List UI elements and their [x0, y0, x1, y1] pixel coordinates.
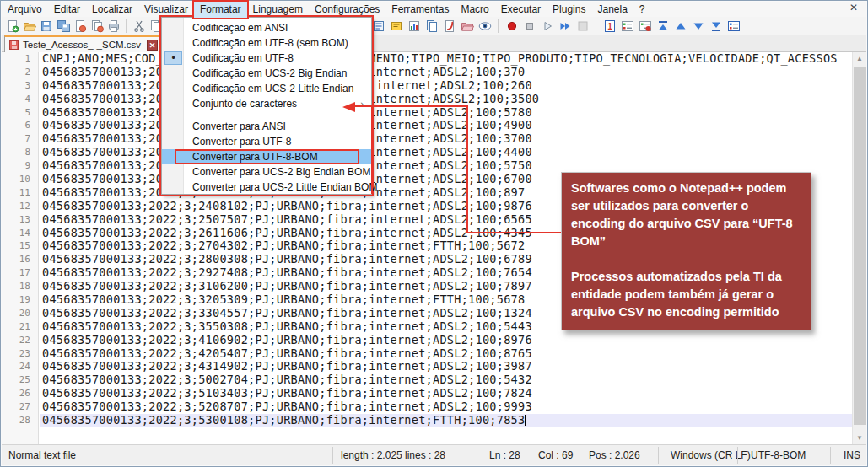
menubar-item-macro[interactable]: Macro — [455, 2, 494, 18]
script-red-icon[interactable] — [442, 19, 456, 33]
line-number[interactable]: 28 — [2, 414, 38, 427]
scroll-up-arrow-icon[interactable]: ▲ — [853, 52, 866, 66]
menu-item-codifica-o-em-utf-8-sem-bom-[interactable]: Codificação em UTF-8 (sem BOM) — [162, 35, 371, 51]
goto-first-icon[interactable] — [655, 19, 670, 33]
line-number[interactable]: 2 — [2, 66, 38, 79]
menubar-item-localizar[interactable]: Localizar — [86, 2, 138, 18]
line-number[interactable]: 16 — [2, 253, 38, 266]
line-number[interactable]: 15 — [2, 239, 38, 253]
line-number[interactable]: 10 — [2, 173, 38, 186]
menu-item-codifica-o-em-ucs-2-little-endian[interactable]: Codificação em UCS-2 Little Endian — [162, 81, 371, 96]
vertical-scrollbar[interactable]: ▲ ▼ — [852, 52, 866, 445]
menubar-item-?[interactable]: ? — [633, 2, 651, 18]
symbol-icon[interactable] — [371, 19, 385, 33]
line-number[interactable]: 14 — [2, 227, 38, 240]
encoding-label[interactable]: UTF-8-BOM — [751, 449, 806, 461]
line-number[interactable]: 1 — [2, 52, 38, 66]
line-number[interactable]: 23 — [2, 347, 38, 361]
line-number[interactable]: 7 — [2, 132, 38, 146]
record-macro-icon[interactable] — [504, 19, 519, 33]
line-number[interactable]: 5 — [2, 106, 38, 120]
prev-icon[interactable] — [673, 19, 687, 33]
menubar-item-plugins[interactable]: Plugins — [547, 2, 591, 18]
menubar-item-configuraes[interactable]: Configurações — [309, 2, 385, 18]
statusbar-separator — [477, 447, 477, 464]
tab-bar: Teste_Acessos_-_SCM.csv ✕ — [2, 35, 866, 52]
code-line-23[interactable]: 04568357000133;2022;3;4205407;PJ;URBANO;… — [40, 347, 852, 361]
menubar-item-arquivo[interactable]: Arquivo — [2, 2, 48, 18]
new-file-icon[interactable] — [5, 19, 19, 34]
line-number[interactable]: 20 — [2, 307, 38, 320]
line-number[interactable]: 19 — [2, 293, 38, 307]
print-icon[interactable] — [106, 19, 121, 34]
window-close-button[interactable]: ✕ — [847, 2, 860, 14]
code-line-26[interactable]: 04568357000133;2022;3;5103403;PJ;URBANO;… — [40, 387, 852, 400]
menubar-item-visualizar[interactable]: Visualizar — [138, 2, 194, 18]
list-green-icon[interactable] — [620, 19, 634, 33]
chart-icon[interactable] — [407, 19, 421, 33]
menubar-item-linguagem[interactable]: Linguagem — [247, 2, 309, 18]
scroll-down-arrow-icon[interactable]: ▼ — [853, 432, 866, 445]
line-number[interactable]: 22 — [2, 334, 38, 347]
line-number[interactable]: 21 — [2, 320, 38, 334]
documents-icon[interactable] — [424, 19, 439, 33]
folder-pink-icon[interactable] — [460, 19, 474, 33]
code-line-22[interactable]: 04568357000133;2022;3;4106902;PJ;URBANO;… — [40, 334, 852, 347]
line-number[interactable]: 13 — [2, 213, 38, 227]
line-number[interactable]: 12 — [2, 200, 38, 213]
list-blue-icon[interactable] — [726, 19, 741, 33]
menubar-item-formatar[interactable]: Formatar — [194, 2, 247, 18]
menubar-item-janela[interactable]: Janela — [591, 2, 633, 18]
goto-last-icon[interactable] — [709, 19, 723, 33]
line-number[interactable]: 4 — [2, 93, 38, 106]
tab-close-icon[interactable]: ✕ — [147, 40, 158, 51]
save-all-icon[interactable] — [56, 19, 70, 34]
list-red-icon[interactable] — [638, 19, 652, 33]
resize-grip-icon[interactable]: ⠿ — [855, 454, 865, 464]
scrollbar-thumb[interactable] — [854, 67, 866, 425]
menu-item-codifica-o-em-utf-8[interactable]: •Codificação em UTF-8 — [162, 51, 371, 66]
menu-item-codifica-o-em-ucs-2-big-endian[interactable]: Codificação em UCS-2 Big Endian — [162, 66, 371, 81]
menubar-item-editar[interactable]: Editar — [48, 2, 86, 18]
open-folder-icon[interactable] — [22, 19, 36, 34]
line-number[interactable]: 25 — [2, 373, 38, 387]
line-number[interactable]: 24 — [2, 360, 38, 373]
bookmark-flag-icon[interactable]: 1 — [602, 19, 617, 33]
line-number[interactable]: 17 — [2, 266, 38, 280]
line-number[interactable]: 9 — [2, 159, 38, 173]
menu-item-label: Codificação em UCS-2 Big Endian — [192, 67, 347, 79]
menubar-item-executar[interactable]: Executar — [495, 2, 547, 18]
menu-item-converter-para-utf-8-bom[interactable]: Converter para UTF-8-BOM — [162, 149, 371, 164]
line-number[interactable]: 11 — [2, 186, 38, 200]
code-line-27[interactable]: 04568357000133;2022;3;5208707;PJ;URBANO;… — [40, 400, 852, 414]
menu-item-converter-para-ucs-2-big-endian-bom[interactable]: Converter para UCS-2 Big Endian BOM — [162, 164, 371, 180]
run-macro-multiple-icon[interactable] — [558, 19, 572, 33]
user-dialog-icon[interactable] — [389, 19, 403, 33]
menu-item-codifica-o-em-ansi[interactable]: Codificação em ANSI — [162, 20, 371, 35]
line-number[interactable]: 18 — [2, 280, 38, 293]
line-number[interactable]: 3 — [2, 79, 38, 93]
line-number-gutter[interactable]: 1234567891011121314151617181920212223242… — [2, 52, 39, 445]
eol-format-label[interactable]: Windows (CR LF) — [671, 449, 751, 461]
code-line-28[interactable]: 04568357000133;2022;3;5300108;PJ;URBANO;… — [40, 414, 852, 427]
menu-item-converter-para-utf-8[interactable]: Converter para UTF-8 — [162, 134, 371, 149]
code-line-24[interactable]: 04568357000133;2022;3;4314902;PJ;URBANO;… — [40, 360, 852, 373]
line-number[interactable]: 8 — [2, 146, 38, 159]
close-file-icon[interactable] — [73, 19, 87, 34]
menu-item-conjunto-de-caracteres[interactable]: Conjunto de caracteres› — [162, 96, 371, 111]
line-number[interactable]: 26 — [2, 387, 38, 400]
play-macro-icon[interactable] — [540, 19, 554, 33]
code-line-25[interactable]: 04568357000133;2022;3;5002704;PJ;URBANO;… — [40, 373, 852, 387]
save-icon[interactable] — [39, 19, 53, 34]
line-number[interactable]: 27 — [2, 400, 38, 414]
menu-item-converter-para-ucs-2-little-endian-bom[interactable]: Converter para UCS-2 Little Endian BOM — [162, 180, 371, 195]
menubar-item-ferramentas[interactable]: Ferramentas — [385, 2, 455, 18]
cut-icon[interactable] — [132, 19, 146, 34]
stop-macro-icon[interactable] — [522, 19, 536, 33]
tab-teste-acessos-scm[interactable]: Teste_Acessos_-_SCM.csv ✕ — [4, 35, 163, 52]
line-number[interactable]: 6 — [2, 119, 38, 132]
next-icon[interactable] — [691, 19, 705, 33]
show-all-chars-eye-icon[interactable] — [477, 19, 492, 33]
close-all-icon[interactable] — [89, 19, 104, 34]
menu-item-converter-para-ansi[interactable]: Converter para ANSI — [162, 119, 371, 134]
